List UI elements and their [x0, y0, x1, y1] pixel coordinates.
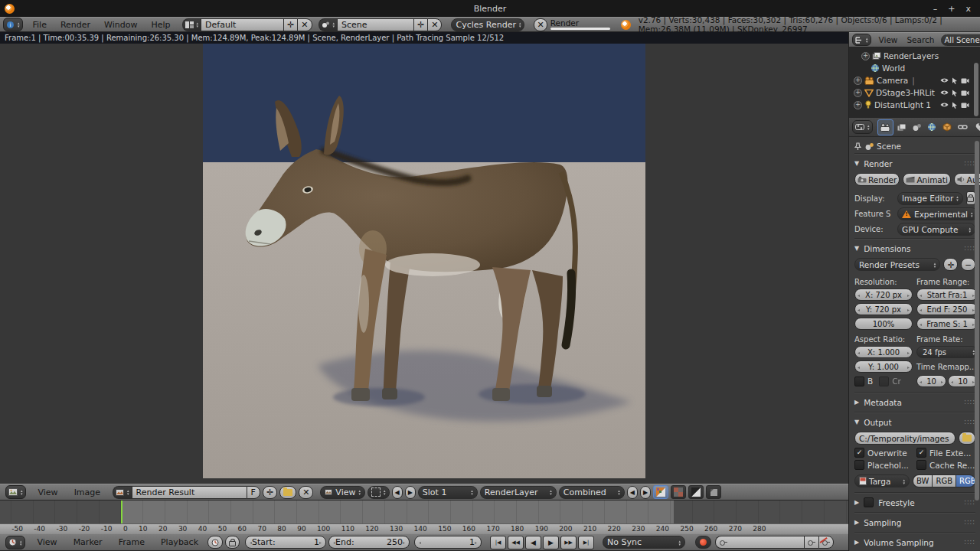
panel-volume-sampling-header[interactable]: ▶Volume Sampling::::	[854, 535, 975, 549]
tab-scene[interactable]	[910, 120, 924, 135]
overwrite-checkbox[interactable]: ✓Overwrite	[854, 448, 913, 458]
screen-layout-icon-button[interactable]: ▴▾	[182, 18, 201, 31]
visibility-eye-icon[interactable]	[940, 90, 949, 96]
device-dropdown[interactable]: GPU Compute▴▾	[897, 223, 975, 236]
color-mode-rgb-button[interactable]: RGB	[932, 474, 956, 487]
resolution-x-field[interactable]: ◂X: 720 px▸	[854, 289, 913, 301]
tab-modifiers[interactable]	[971, 120, 980, 135]
timeline-ruler[interactable]: -50-40-30-20-100102030405060708090100110…	[0, 523, 848, 534]
renderability-camera-icon[interactable]	[961, 90, 969, 96]
scene-name-field[interactable]: Scene	[337, 18, 413, 31]
frame-step-field[interactable]: ◂Frame S: 1▸	[916, 318, 978, 330]
frame-rate-dropdown[interactable]: 24 fps▴▾	[916, 346, 978, 358]
display-dropdown[interactable]: Image Editor▴▾	[897, 192, 963, 205]
renderability-camera-icon[interactable]	[961, 102, 969, 109]
scene-selector-icon-button[interactable]: ▴▾	[318, 18, 338, 31]
outliner-item-distantlight[interactable]: + DistantLight 1	[854, 99, 980, 111]
lock-frame-button[interactable]	[225, 536, 240, 549]
pin-icon[interactable]	[854, 142, 861, 151]
cache-result-checkbox[interactable]: ✓Cache Re...	[916, 460, 978, 470]
slot-dropdown[interactable]: Slot 1▴▾	[418, 486, 478, 499]
play-reverse-button[interactable]: ◀	[525, 536, 541, 549]
new-image-button[interactable]: ✛	[263, 486, 277, 499]
expand-icon[interactable]: +	[861, 52, 870, 60]
outliner-menu-search[interactable]: Search	[902, 35, 939, 44]
render-animation-button[interactable]: Animati	[903, 173, 950, 186]
panel-dimensions-header[interactable]: ▼Dimensions::::	[854, 241, 975, 256]
color-mode-bw-button[interactable]: BW	[913, 474, 932, 487]
start-frame-prop-field[interactable]: ◂Start Fra:1▸	[916, 289, 978, 301]
layer-next-button[interactable]: ▶	[640, 486, 651, 499]
panel-freestyle-header[interactable]: ▶✓Freestyle::::	[854, 495, 975, 510]
file-extensions-checkbox[interactable]: ✓File Exte...	[916, 448, 978, 458]
open-image-button[interactable]	[279, 486, 296, 499]
image-menu-view[interactable]: View	[31, 487, 65, 497]
current-frame-field[interactable]: ◂ 1▸	[414, 536, 482, 549]
outliner-item-renderlayers[interactable]: + RenderLayers	[854, 50, 980, 62]
screen-layout-name-field[interactable]: Default	[201, 18, 283, 31]
end-frame-prop-field[interactable]: ◂End F: 250▸	[916, 303, 978, 315]
delete-scene-button[interactable]: ✕	[427, 18, 442, 31]
timeline-playhead[interactable]	[121, 500, 122, 523]
unlink-image-button[interactable]: ✕	[299, 486, 313, 499]
panel-sampling-header[interactable]: ▶Sampling::::	[854, 515, 975, 530]
tab-render-layers[interactable]	[894, 120, 909, 135]
crop-checkbox[interactable]: ✓Cr	[879, 377, 901, 386]
timeline-menu-view[interactable]: View	[31, 537, 64, 547]
menu-help[interactable]: Help	[144, 20, 177, 30]
tab-render[interactable]	[877, 119, 893, 135]
channel-alpha-button[interactable]	[688, 485, 704, 499]
auto-keyframe-button[interactable]	[695, 536, 711, 549]
output-path-field[interactable]: C:/Temporality/images	[854, 432, 956, 445]
maximize-button[interactable]: +	[948, 4, 955, 14]
editor-type-button-outliner[interactable]: ▴▾	[852, 34, 871, 46]
placeholders-checkbox[interactable]: ✓Placehol...	[854, 460, 913, 470]
color-mode-rgba-button[interactable]: RGBA	[956, 474, 975, 487]
border-checkbox[interactable]: ✓B	[854, 377, 873, 386]
cancel-render-button[interactable]: ✕	[534, 18, 547, 31]
aspect-y-field[interactable]: ◂Y: 1.000▸	[854, 360, 913, 373]
renderability-camera-icon[interactable]	[961, 77, 969, 84]
outliner-scope-dropdown[interactable]: All Scenes	[941, 34, 980, 46]
file-format-dropdown[interactable]: Targa ▴▾	[854, 474, 910, 487]
timeline-track[interactable]	[0, 500, 848, 523]
start-frame-field[interactable]: ◂Start: 1▸	[245, 536, 326, 549]
tab-constraints[interactable]	[956, 120, 970, 135]
image-name-field[interactable]: Render Result	[132, 486, 247, 499]
remove-preset-button[interactable]: −	[961, 258, 975, 271]
image-view-mode-dropdown[interactable]: View ▴▾	[320, 486, 365, 499]
add-scene-button[interactable]: ✛	[413, 18, 427, 31]
close-button[interactable]: x	[965, 4, 971, 14]
image-editor-canvas[interactable]	[0, 44, 848, 484]
jump-to-start-button[interactable]: |◀	[490, 536, 506, 549]
editor-type-button-info[interactable]: i ▴▾	[3, 18, 23, 31]
end-frame-field[interactable]: ◂End: 250▸	[328, 536, 410, 549]
editor-type-button-image[interactable]: ▴▾	[5, 485, 26, 499]
add-preset-button[interactable]: ✛	[943, 258, 958, 271]
prev-keyframe-button[interactable]: ◀◀	[508, 536, 524, 549]
render-border-button[interactable]: ▴▾	[368, 486, 390, 499]
editor-type-button-properties[interactable]: ▴▾	[852, 120, 873, 134]
channel-color-button[interactable]	[671, 485, 686, 499]
resolution-y-field[interactable]: ◂Y: 720 px▸	[854, 303, 913, 315]
keying-set-field[interactable]	[715, 536, 804, 549]
remap-new-field[interactable]: ◂10▸	[948, 375, 978, 387]
add-screen-button[interactable]: ✛	[283, 18, 297, 31]
remap-old-field[interactable]: ◂10▸	[916, 375, 946, 387]
slot-prev-button[interactable]: ◀	[392, 486, 403, 499]
aspect-x-field[interactable]: ◂X: 1.000▸	[854, 346, 913, 358]
render-pass-dropdown[interactable]: Combined▴▾	[559, 486, 625, 499]
selectability-cursor-icon[interactable]	[952, 102, 958, 109]
expand-icon[interactable]: +	[854, 77, 862, 85]
next-keyframe-button[interactable]: ▶▶	[560, 536, 577, 549]
image-datablock-icon-button[interactable]: ▴▾	[113, 486, 132, 499]
render-presets-dropdown[interactable]: Render Presets▴▾	[854, 258, 940, 271]
panel-render-header[interactable]: ▼Render::::	[854, 156, 975, 171]
outliner-vertical-scrollbar[interactable]	[974, 63, 978, 116]
minimize-button[interactable]: –	[933, 4, 938, 14]
timeline-menu-marker[interactable]: Marker	[67, 537, 109, 547]
delete-screen-button[interactable]: ✕	[297, 18, 312, 31]
tab-object[interactable]	[940, 120, 955, 135]
feature-set-dropdown[interactable]: Experimental ▴▾	[897, 207, 978, 220]
editor-type-button-timeline[interactable]: ▴▾	[5, 536, 25, 549]
